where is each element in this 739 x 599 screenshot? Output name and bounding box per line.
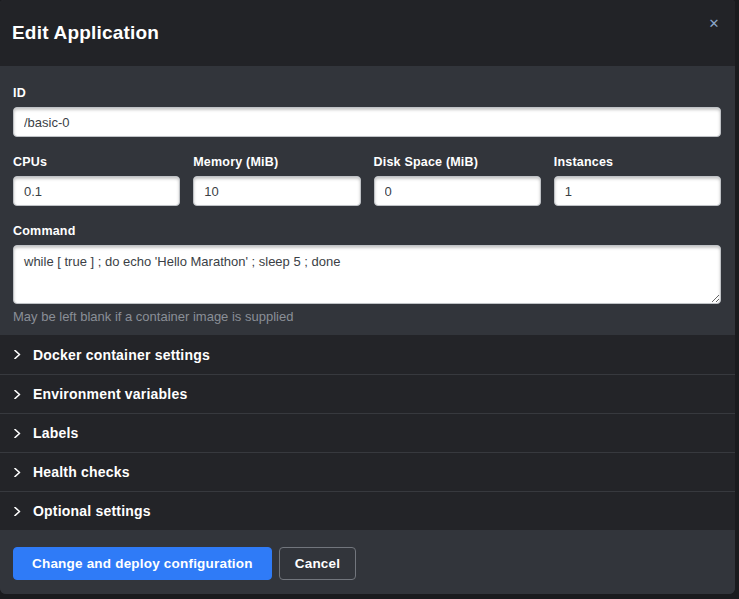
command-textarea[interactable]: while [ true ] ; do echo 'Hello Marathon… xyxy=(13,245,721,304)
section-label: Docker container settings xyxy=(33,347,210,363)
cpus-label: CPUs xyxy=(13,155,180,169)
section-optional-settings[interactable]: Optional settings xyxy=(0,491,735,530)
memory-label: Memory (MiB) xyxy=(193,155,360,169)
resources-row: CPUs Memory (MiB) Disk Space (MiB) Insta… xyxy=(13,155,721,206)
command-field-group: Command while [ true ] ; do echo 'Hello … xyxy=(13,224,721,324)
form-section: ID CPUs Memory (MiB) Disk Space (MiB) In… xyxy=(0,66,735,335)
memory-field-group: Memory (MiB) xyxy=(193,155,360,206)
disk-label: Disk Space (MiB) xyxy=(374,155,541,169)
chevron-right-icon xyxy=(13,429,22,438)
chevron-right-icon xyxy=(13,468,22,477)
section-labels[interactable]: Labels xyxy=(0,413,735,452)
section-label: Environment variables xyxy=(33,386,187,402)
cancel-button[interactable]: Cancel xyxy=(279,547,356,580)
section-docker-container-settings[interactable]: Docker container settings xyxy=(0,335,735,374)
chevron-right-icon xyxy=(13,390,22,399)
chevron-right-icon xyxy=(13,507,22,516)
accordion: Docker container settings Environment va… xyxy=(0,335,735,530)
close-icon[interactable]: ✕ xyxy=(705,14,723,32)
section-label: Health checks xyxy=(33,464,130,480)
instances-field-group: Instances xyxy=(554,155,721,206)
modal-footer: Change and deploy configuration Cancel xyxy=(0,530,735,594)
change-and-deploy-button[interactable]: Change and deploy configuration xyxy=(13,547,272,580)
instances-input[interactable] xyxy=(554,176,721,206)
section-health-checks[interactable]: Health checks xyxy=(0,452,735,491)
id-label: ID xyxy=(13,86,721,100)
section-label: Labels xyxy=(33,425,79,441)
command-help-text: May be left blank if a container image i… xyxy=(13,309,721,324)
cpus-field-group: CPUs xyxy=(13,155,180,206)
modal-header: Edit Application ✕ xyxy=(0,0,735,66)
memory-input[interactable] xyxy=(193,176,360,206)
id-input[interactable] xyxy=(13,107,721,137)
chevron-right-icon xyxy=(13,350,22,359)
disk-input[interactable] xyxy=(374,176,541,206)
instances-label: Instances xyxy=(554,155,721,169)
modal-title: Edit Application xyxy=(12,22,159,44)
command-label: Command xyxy=(13,224,721,238)
disk-field-group: Disk Space (MiB) xyxy=(374,155,541,206)
edit-application-modal: Edit Application ✕ ID CPUs Memory (MiB) … xyxy=(0,0,735,594)
section-label: Optional settings xyxy=(33,503,151,519)
section-environment-variables[interactable]: Environment variables xyxy=(0,374,735,413)
id-field-group: ID xyxy=(13,86,721,137)
cpus-input[interactable] xyxy=(13,176,180,206)
